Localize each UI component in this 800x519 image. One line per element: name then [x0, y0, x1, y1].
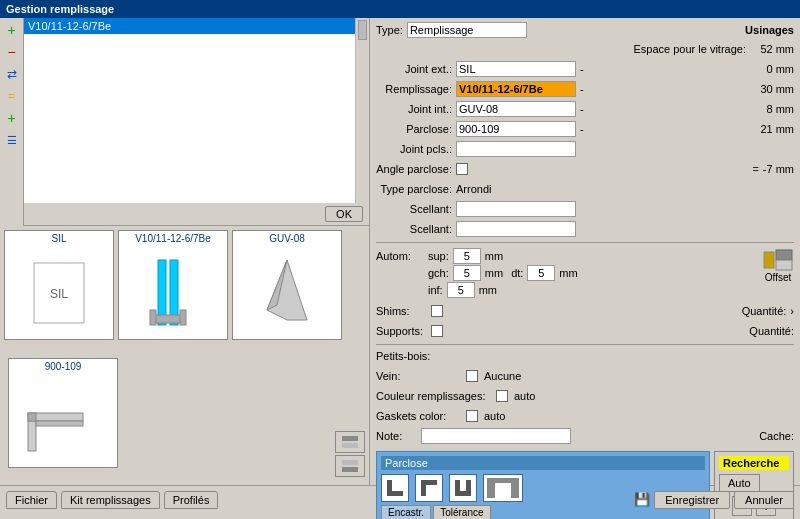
offset-button[interactable]: Offset — [762, 248, 794, 283]
autom-inf-field[interactable] — [447, 282, 475, 298]
thumb-guv-label: GUV-08 — [269, 231, 305, 246]
gaskets-label: Gaskets color: — [376, 410, 466, 422]
autom-dt-field[interactable] — [527, 265, 555, 281]
svg-rect-21 — [421, 480, 437, 485]
scellant2-label: Scellant: — [376, 223, 456, 235]
couleur-label: Couleur remplissages: — [376, 390, 496, 402]
vein-label: Vein: — [376, 370, 466, 382]
auto-button[interactable]: Auto — [719, 474, 760, 492]
equal-icon[interactable]: = — [2, 86, 22, 106]
thumb-900-img — [9, 374, 117, 467]
parclose-box: Parclose — [376, 451, 710, 519]
svg-rect-10 — [36, 421, 83, 426]
vitrage-row: Espace pour le vitrage: 52 mm — [376, 40, 794, 58]
thumb-v10-label: V10/11-12-6/7Be — [135, 231, 211, 246]
thumbnails-area: SIL SIL V10/11-12-6/7Be — [0, 226, 369, 485]
angle-parclose-label: Angle parclose: — [376, 163, 456, 175]
remplissage-field[interactable] — [456, 81, 576, 97]
gaskets-checkbox[interactable] — [466, 410, 478, 422]
quantite-btn[interactable]: › — [790, 305, 794, 317]
scellant1-field[interactable] — [456, 201, 576, 217]
ok-button[interactable]: OK — [325, 206, 363, 222]
ok-bar: OK — [24, 203, 369, 226]
autom-gch-field[interactable] — [453, 265, 481, 281]
joint-ext-field[interactable] — [456, 61, 576, 77]
svg-rect-9 — [28, 413, 36, 421]
kit-tab[interactable]: Kit remplissages — [61, 491, 160, 509]
petits-bois-label: Petits-bois: — [376, 350, 466, 362]
remove-icon[interactable]: − — [2, 42, 22, 62]
vitrage-value: 52 mm — [754, 43, 794, 55]
parclose-icon-4[interactable] — [483, 474, 523, 502]
joint-int-row: Joint int.: - 8 mm — [376, 100, 794, 118]
annuler-button[interactable]: Annuler — [734, 491, 794, 509]
thumb-900[interactable]: 900-109 — [8, 358, 118, 468]
svg-rect-27 — [511, 483, 519, 498]
shims-row: Shims: Quantité: › — [376, 302, 794, 320]
fichier-tab[interactable]: Fichier — [6, 491, 57, 509]
parclose-field[interactable] — [456, 121, 576, 137]
joint-int-mm: 8 mm — [759, 103, 794, 115]
autom-mm1: mm — [485, 250, 503, 262]
svg-rect-11 — [342, 436, 358, 441]
swap-icon[interactable]: ⇄ — [2, 64, 22, 84]
joint-ext-label: Joint ext.: — [376, 63, 456, 75]
title-bar: Gestion remplissage — [0, 0, 800, 18]
type-field[interactable] — [407, 22, 527, 38]
parclose-icon-1[interactable] — [381, 474, 409, 502]
encastr-tab[interactable]: Encastr. — [381, 505, 431, 519]
vein-row: Vein: Aucune — [376, 367, 794, 385]
svg-rect-13 — [342, 460, 358, 465]
tolerance-tab[interactable]: Tolérance — [433, 505, 490, 519]
supports-row: Supports: Quantité: — [376, 322, 794, 340]
left-panel: + − ⇄ = + ☰ V10/11-12-6/7Be OK — [0, 18, 370, 485]
svg-rect-19 — [387, 491, 403, 496]
thumb-sil[interactable]: SIL SIL — [4, 230, 114, 340]
cache-label: Cache: — [759, 430, 794, 442]
joint-int-label: Joint int.: — [376, 103, 456, 115]
angle-parclose-checkbox[interactable] — [456, 163, 468, 175]
scellant2-field[interactable] — [456, 221, 576, 237]
svg-rect-26 — [487, 483, 495, 498]
joint-ext-dash: - — [580, 63, 584, 75]
parclose-dash: - — [580, 123, 584, 135]
parclose-icon-2[interactable] — [415, 474, 443, 502]
joint-pcls-field[interactable] — [456, 141, 576, 157]
thumb-900-label: 900-109 — [45, 359, 82, 374]
type-label: Type: — [376, 24, 403, 36]
svg-rect-17 — [776, 260, 792, 270]
autom-gch-label: gch: — [428, 267, 449, 279]
type-parclose-label: Type parclose: — [376, 183, 456, 195]
add2-icon[interactable]: + — [2, 108, 22, 128]
thumb-guv-img — [233, 246, 341, 339]
parclose-icon-3[interactable] — [449, 474, 477, 502]
enregistrer-button[interactable]: Enregistrer — [654, 491, 730, 509]
list-item[interactable]: V10/11-12-6/7Be — [24, 18, 369, 34]
svg-text:SIL: SIL — [50, 287, 68, 301]
move-up-btn[interactable] — [335, 431, 365, 453]
svg-rect-25 — [487, 478, 519, 483]
move-down-btn[interactable] — [335, 455, 365, 477]
vein-checkbox[interactable] — [466, 370, 478, 382]
scrollbar[interactable] — [355, 18, 369, 203]
supports-checkbox[interactable] — [431, 325, 443, 337]
couleur-checkbox[interactable] — [496, 390, 508, 402]
autom-inf-label: inf: — [428, 284, 443, 296]
joint-ext-row: Joint ext.: - 0 mm — [376, 60, 794, 78]
joint-int-field[interactable] — [456, 101, 576, 117]
remplissage-label: Remplissage: — [376, 83, 456, 95]
add-icon[interactable]: + — [2, 20, 22, 40]
thumb-v10[interactable]: V10/11-12-6/7Be — [118, 230, 228, 340]
shims-checkbox[interactable] — [431, 305, 443, 317]
profiles-tab[interactable]: Profilés — [164, 491, 219, 509]
note-field[interactable] — [421, 428, 571, 444]
quantite-label: Quantité: — [742, 305, 787, 317]
shims-label: Shims: — [376, 305, 431, 317]
page-icon[interactable]: ☰ — [2, 130, 22, 150]
autom-label: Autom: — [376, 250, 424, 262]
thumb-sil-img: SIL — [5, 246, 113, 339]
autom-sup-field[interactable] — [453, 248, 481, 264]
vein-value: Aucune — [484, 370, 521, 382]
thumb-guv[interactable]: GUV-08 — [232, 230, 342, 340]
usinages-label: Usinages — [745, 24, 794, 36]
